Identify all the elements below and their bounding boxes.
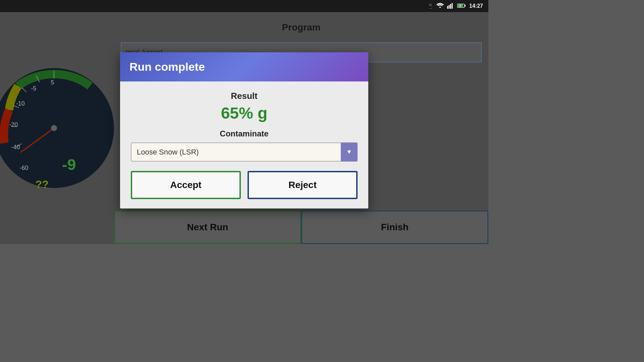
modal-overlay: Run complete Result 65% g Contaminate Lo… xyxy=(0,12,488,244)
contaminate-dropdown-container[interactable]: Loose Snow (LSR) Compact Snow (CSR) Ice … xyxy=(131,142,358,162)
result-value: 65% g xyxy=(131,104,358,122)
reject-button[interactable]: Reject xyxy=(248,171,358,199)
status-bar: 📱 14:27 xyxy=(0,0,488,12)
svg-rect-3 xyxy=(452,3,453,9)
result-label: Result xyxy=(131,91,358,101)
svg-rect-0 xyxy=(447,6,448,9)
signal-icon xyxy=(447,3,454,10)
contaminate-select[interactable]: Loose Snow (LSR) Compact Snow (CSR) Ice … xyxy=(131,142,358,162)
modal-title: Run complete xyxy=(129,60,359,73)
phone-icon: 📱 xyxy=(427,3,433,9)
modal-header: Run complete xyxy=(120,52,368,81)
battery-icon xyxy=(457,3,466,9)
status-time: 14:27 xyxy=(469,3,483,9)
svg-rect-2 xyxy=(450,4,451,9)
svg-rect-1 xyxy=(449,5,450,9)
modal-body: Result 65% g Contaminate Loose Snow (LSR… xyxy=(120,81,368,208)
run-complete-modal: Run complete Result 65% g Contaminate Lo… xyxy=(120,52,368,208)
accept-button[interactable]: Accept xyxy=(131,171,241,199)
wifi-icon xyxy=(436,3,444,10)
modal-buttons: Accept Reject xyxy=(131,171,358,199)
contaminate-label: Contaminate xyxy=(131,129,358,138)
svg-rect-5 xyxy=(465,5,466,6)
